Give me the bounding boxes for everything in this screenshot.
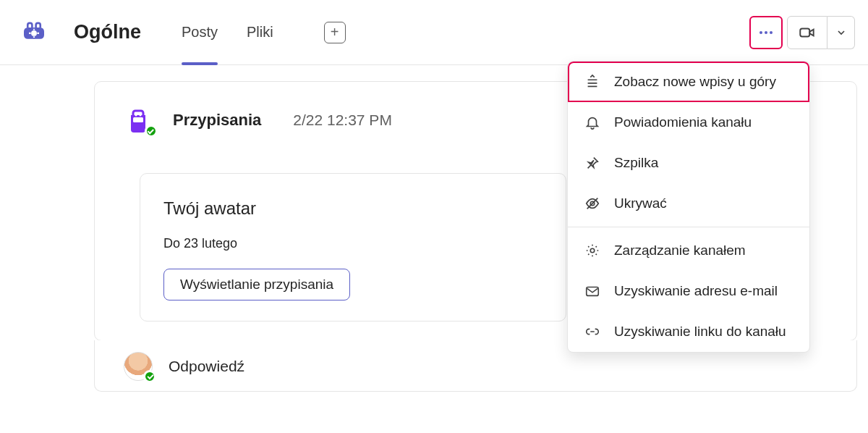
menu-label: Szpilka [614, 155, 658, 171]
user-avatar [124, 352, 153, 381]
assignment-due: Do 23 lutego [163, 236, 542, 251]
menu-label: Zarządzanie kanałem [614, 243, 746, 258]
tab-label: Pliki [247, 24, 273, 41]
more-horizontal-icon [757, 24, 775, 41]
svg-point-2 [765, 31, 767, 34]
menu-channel-notifications[interactable]: Powiadomienia kanału [568, 102, 809, 143]
channel-header: Ogólne Posty Pliki + [0, 0, 868, 65]
post-timestamp: 2/22 12:37 PM [293, 112, 392, 129]
assignment-title: Twój awatar [163, 198, 542, 219]
menu-label: Powiadomienia kanału [614, 114, 752, 130]
meet-options-button[interactable] [827, 16, 855, 49]
header-tabs: Posty Pliki + [182, 0, 346, 64]
menu-get-link[interactable]: Uzyskiwanie linku do kanału [568, 311, 809, 352]
channel-name: Ogólne [74, 21, 141, 43]
hide-icon [584, 195, 601, 212]
svg-rect-5 [133, 117, 143, 122]
presence-available-icon [143, 370, 156, 383]
menu-newest-on-top[interactable]: Zobacz nowe wpisy u góry [568, 62, 809, 102]
svg-point-6 [135, 114, 137, 117]
menu-label: Uzyskiwanie adresu e-mail [614, 283, 778, 299]
tab-label: Posty [182, 24, 218, 41]
menu-hide[interactable]: Ukrywać [568, 183, 809, 224]
link-icon [584, 323, 601, 340]
menu-get-email[interactable]: Uzyskiwanie adresu e-mail [568, 271, 809, 311]
header-actions [749, 16, 855, 49]
svg-point-0 [31, 30, 37, 35]
chevron-down-icon [835, 27, 847, 38]
meet-button[interactable] [787, 16, 827, 49]
add-tab-button[interactable]: + [324, 22, 346, 43]
svg-rect-10 [587, 287, 599, 296]
post-author: Przypisania [173, 111, 261, 130]
presence-available-icon [145, 125, 158, 138]
sort-newest-icon [584, 73, 601, 91]
tab-files[interactable]: Pliki [247, 0, 273, 64]
svg-point-1 [760, 31, 762, 34]
view-assignment-button[interactable]: Wyświetlanie przypisania [163, 269, 350, 300]
svg-point-7 [140, 114, 142, 117]
bell-icon [584, 114, 601, 131]
menu-pin[interactable]: Szpilka [568, 143, 809, 183]
svg-point-3 [770, 31, 773, 34]
plus-icon: + [331, 24, 339, 41]
svg-point-9 [590, 248, 595, 253]
menu-separator [568, 227, 809, 227]
author-avatar [124, 105, 154, 135]
channel-more-menu: Zobacz nowe wpisy u góry Powiadomienia k… [567, 61, 810, 353]
assignment-card: Twój awatar Do 23 lutego Wyświetlanie pr… [140, 173, 566, 321]
svg-rect-4 [800, 28, 809, 36]
button-label: Wyświetlanie przypisania [180, 277, 333, 292]
menu-label: Ukrywać [614, 196, 667, 211]
pin-icon [584, 154, 601, 172]
more-options-button[interactable] [749, 16, 783, 49]
gear-icon [584, 242, 601, 259]
tab-posts[interactable]: Posty [182, 0, 218, 64]
menu-label: Uzyskiwanie linku do kanału [614, 324, 786, 340]
menu-manage-channel[interactable]: Zarządzanie kanałem [568, 230, 809, 271]
mail-icon [584, 282, 601, 300]
team-icon [16, 14, 52, 51]
reply-label: Odpowiedź [169, 358, 244, 375]
video-camera-icon [798, 23, 817, 42]
menu-label: Zobacz nowe wpisy u góry [614, 74, 776, 90]
